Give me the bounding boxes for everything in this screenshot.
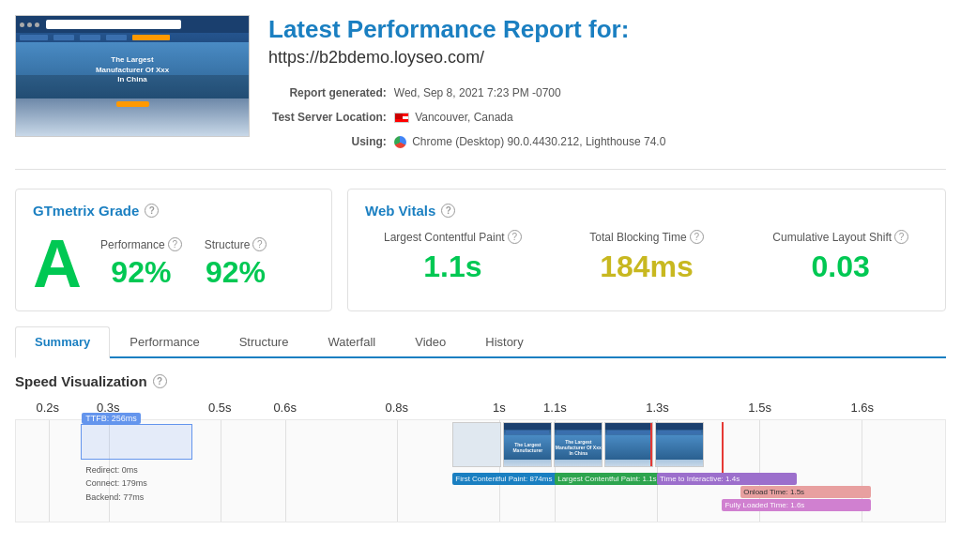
- structure-metric: Structure ? 92%: [205, 237, 267, 290]
- tbt-help-icon[interactable]: ?: [690, 230, 704, 244]
- gtmetrix-help-icon[interactable]: ?: [145, 204, 159, 218]
- page-wrapper: The LargestManufacturer Of XxxIn China L…: [0, 0, 961, 560]
- tbt-value: 184ms: [559, 250, 735, 284]
- report-meta: Report generated: Wed, Sep 8, 2021 7:23 …: [268, 81, 946, 154]
- gtmetrix-grade-title: GTmetrix Grade ?: [33, 203, 314, 219]
- speed-viz-container: 0.2s 0.3s 0.5s 0.6s 0.8s 1s 1.1s 1.3s 1.…: [15, 401, 946, 522]
- tab-structure[interactable]: Structure: [220, 326, 309, 356]
- ttfb-label: TTFB: 256ms: [82, 413, 141, 424]
- onload-milestone: Onload Time: 1.5s: [740, 486, 871, 498]
- tti-marker-line: [722, 422, 724, 473]
- label-1s: 1s: [493, 401, 506, 415]
- grade-metrics: Performance ? 92% Structure ? 92%: [100, 237, 267, 290]
- label-1.5s: 1.5s: [748, 401, 771, 415]
- grid-line-1: [49, 420, 50, 522]
- using-value: Chrome (Desktop) 90.0.4430.212, Lighthou…: [390, 129, 670, 154]
- performance-help-icon[interactable]: ?: [168, 237, 182, 251]
- tbt-label: Total Blocking Time ?: [559, 230, 735, 244]
- cls-vital: Cumulative Layout Shift ? 0.03: [753, 230, 928, 284]
- label-1.1s: 1.1s: [543, 401, 567, 415]
- tabs-section: Summary Performance Structure Waterfall …: [15, 326, 946, 358]
- gtmetrix-grade-content: A Performance ? 92% Structure ?: [33, 230, 314, 297]
- label-0.5s: 0.5s: [208, 401, 232, 415]
- web-vitals-content: Largest Contentful Paint ? 1.1s Total Bl…: [365, 230, 928, 284]
- tab-summary[interactable]: Summary: [15, 326, 110, 358]
- report-generated-value: Wed, Sep 8, 2021 7:23 PM -0700: [390, 81, 670, 105]
- screenshot-thumb-1: [452, 422, 501, 467]
- screenshot-thumb-4: [604, 422, 653, 467]
- tti-milestone: Time to Interactive: 1.4s: [657, 473, 797, 485]
- cls-label: Cumulative Layout Shift ?: [753, 230, 928, 244]
- grid-line-4: [285, 420, 286, 522]
- performance-metric: Performance ? 92%: [100, 237, 182, 290]
- structure-value: 92%: [205, 255, 267, 290]
- label-1.6s: 1.6s: [850, 401, 874, 415]
- lcp-value: 1.1s: [365, 250, 541, 284]
- test-server-value: Vancouver, Canada: [390, 105, 670, 129]
- web-vitals-help-icon[interactable]: ?: [441, 204, 455, 218]
- lcp-label: Largest Contentful Paint ?: [365, 230, 541, 244]
- performance-label: Performance ?: [100, 237, 182, 251]
- grid-line-5: [397, 420, 398, 522]
- web-vitals-box: Web Vitals ? Largest Contentful Paint ? …: [347, 189, 946, 311]
- label-0.8s: 0.8s: [385, 401, 408, 415]
- screenshot-strip: The LargestManufacturer The LargestManuf…: [452, 422, 704, 469]
- ttfb-block: TTFB: 256ms: [81, 424, 192, 460]
- lcp-vital: Largest Contentful Paint ? 1.1s: [365, 230, 541, 284]
- tbt-vital: Total Blocking Time ? 184ms: [559, 230, 735, 284]
- structure-label: Structure ?: [205, 237, 267, 251]
- speed-viz-help-icon[interactable]: ?: [153, 374, 167, 388]
- flt-milestone: Fully Loaded Time: 1.6s: [722, 499, 870, 511]
- timeline-bar-area: TTFB: 256ms Redirect: 0ms Connect: 179ms…: [15, 419, 946, 522]
- structure-help-icon[interactable]: ?: [252, 237, 267, 251]
- label-1.3s: 1.3s: [646, 401, 669, 415]
- cls-value: 0.03: [753, 250, 928, 284]
- canada-flag-icon: [394, 113, 409, 123]
- site-thumbnail: The LargestManufacturer Of XxxIn China: [15, 15, 250, 137]
- tab-history[interactable]: History: [465, 326, 542, 356]
- grade-letter: A: [33, 230, 82, 297]
- screenshot-thumb-5: [655, 422, 704, 467]
- cls-help-icon[interactable]: ?: [894, 230, 908, 244]
- lcp-help-icon[interactable]: ?: [508, 230, 522, 244]
- timeline-labels: 0.2s 0.3s 0.5s 0.6s 0.8s 1s 1.1s 1.3s 1.…: [15, 401, 946, 417]
- gtmetrix-grade-box: GTmetrix Grade ? A Performance ? 92%: [15, 189, 332, 311]
- tab-waterfall[interactable]: Waterfall: [308, 326, 395, 356]
- grades-section: GTmetrix Grade ? A Performance ? 92%: [15, 189, 946, 311]
- label-0.6s: 0.6s: [273, 401, 297, 415]
- report-url: https://b2bdemo.loyseo.com/: [268, 48, 946, 68]
- report-title: Latest Performance Report for:: [268, 15, 946, 44]
- test-server-label: Test Server Location:: [268, 105, 390, 129]
- ttfb-sub-labels: Redirect: 0ms Connect: 179ms Backend: 77…: [85, 463, 147, 504]
- using-label: Using:: [268, 129, 390, 154]
- speed-viz-section: Speed Visualization ? 0.2s 0.3s 0.5s 0.6…: [15, 373, 946, 522]
- performance-value: 92%: [100, 255, 182, 290]
- label-0.2s: 0.2s: [36, 401, 59, 415]
- header-section: The LargestManufacturer Of XxxIn China L…: [15, 15, 946, 170]
- report-info: Latest Performance Report for: https://b…: [268, 15, 946, 154]
- web-vitals-title: Web Vitals ?: [365, 203, 928, 219]
- screenshot-thumb-2: The LargestManufacturer: [503, 422, 552, 467]
- report-generated-label: Report generated:: [268, 81, 390, 105]
- screenshot-thumb-3: The LargestManufacturer Of XxxIn China: [554, 422, 603, 467]
- grid-line-3: [221, 420, 221, 522]
- chrome-icon: [394, 136, 406, 148]
- tab-performance[interactable]: Performance: [110, 326, 219, 356]
- speed-viz-title: Speed Visualization ?: [15, 373, 946, 389]
- tab-video[interactable]: Video: [395, 326, 465, 356]
